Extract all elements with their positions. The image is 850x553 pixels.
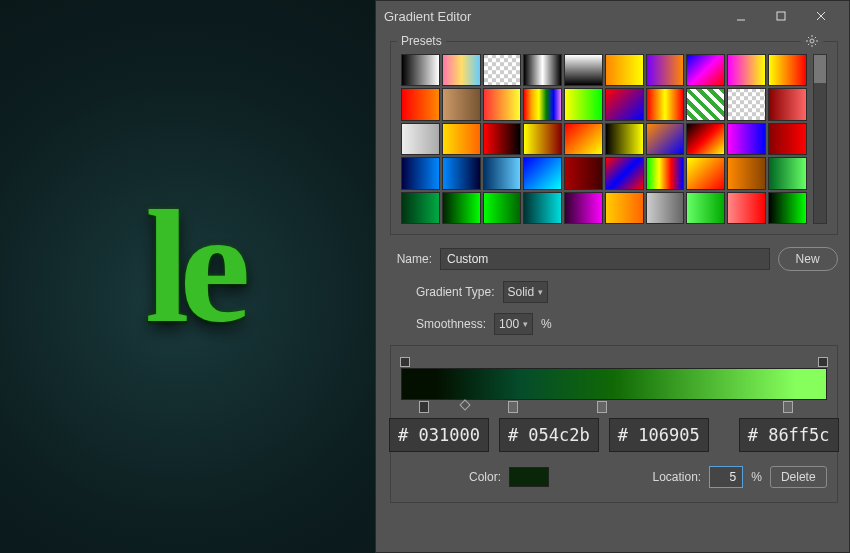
smoothness-input[interactable]: 100 ▾ — [494, 313, 533, 335]
preset-swatch[interactable] — [442, 123, 481, 155]
close-button[interactable] — [801, 1, 841, 31]
preset-swatch[interactable] — [401, 88, 440, 120]
hex-label: # 031000 — [389, 418, 489, 452]
preset-swatch[interactable] — [401, 192, 440, 224]
name-label: Name: — [390, 252, 432, 266]
preset-swatch[interactable] — [564, 123, 603, 155]
preset-swatch[interactable] — [646, 54, 685, 86]
color-stop[interactable] — [419, 401, 429, 413]
color-label: Color: — [469, 470, 501, 484]
opacity-stop[interactable] — [818, 357, 828, 367]
presets-fieldset: Presets — [390, 41, 838, 235]
titlebar[interactable]: Gradient Editor — [376, 1, 849, 31]
preset-swatch[interactable] — [686, 157, 725, 189]
preset-swatch[interactable] — [768, 88, 807, 120]
preset-swatch[interactable] — [727, 88, 766, 120]
presets-scrollbar[interactable] — [813, 54, 827, 224]
color-stop[interactable] — [508, 401, 518, 413]
preset-swatch[interactable] — [768, 54, 807, 86]
smoothness-unit: % — [541, 317, 552, 331]
svg-line-11 — [808, 44, 809, 45]
svg-rect-1 — [777, 12, 785, 20]
location-input[interactable] — [709, 466, 743, 488]
preset-grid — [401, 54, 807, 224]
preset-swatch[interactable] — [523, 157, 562, 189]
preset-swatch[interactable] — [483, 192, 522, 224]
preset-swatch[interactable] — [483, 54, 522, 86]
preset-swatch[interactable] — [605, 88, 644, 120]
preset-swatch[interactable] — [523, 192, 562, 224]
color-stop[interactable] — [783, 401, 793, 413]
chevron-down-icon: ▾ — [538, 287, 543, 297]
preset-swatch[interactable] — [483, 88, 522, 120]
preset-swatch[interactable] — [564, 54, 603, 86]
color-swatch[interactable] — [509, 467, 549, 487]
svg-line-12 — [814, 37, 815, 38]
preset-swatch[interactable] — [564, 88, 603, 120]
maximize-button[interactable] — [761, 1, 801, 31]
gradient-type-select[interactable]: Solid ▾ — [503, 281, 549, 303]
svg-point-4 — [810, 39, 814, 43]
preset-swatch[interactable] — [727, 192, 766, 224]
smoothness-label: Smoothness: — [416, 317, 486, 331]
preset-swatch[interactable] — [564, 192, 603, 224]
preset-swatch[interactable] — [646, 157, 685, 189]
location-unit: % — [751, 470, 762, 484]
gradient-edit-area: # 031000 # 054c2b # 106905 # 86ff5c Colo… — [390, 345, 838, 503]
preset-swatch[interactable] — [686, 88, 725, 120]
preset-swatch[interactable] — [401, 123, 440, 155]
preset-swatch[interactable] — [523, 123, 562, 155]
new-button[interactable]: New — [778, 247, 838, 271]
hex-label: # 054c2b — [499, 418, 599, 452]
preset-swatch[interactable] — [442, 157, 481, 189]
preset-swatch[interactable] — [768, 192, 807, 224]
delete-button[interactable]: Delete — [770, 466, 827, 488]
preset-swatch[interactable] — [401, 157, 440, 189]
preset-swatch[interactable] — [605, 192, 644, 224]
presets-label: Presets — [397, 34, 446, 48]
minimize-button[interactable] — [721, 1, 761, 31]
preset-swatch[interactable] — [523, 88, 562, 120]
preset-swatch[interactable] — [401, 54, 440, 86]
preset-swatch[interactable] — [727, 54, 766, 86]
preset-swatch[interactable] — [605, 123, 644, 155]
preset-swatch[interactable] — [727, 157, 766, 189]
gear-icon[interactable] — [801, 34, 823, 48]
preset-swatch[interactable] — [483, 123, 522, 155]
preset-swatch[interactable] — [686, 54, 725, 86]
preset-swatch[interactable] — [564, 157, 603, 189]
preset-swatch[interactable] — [686, 123, 725, 155]
preset-swatch[interactable] — [442, 88, 481, 120]
preset-swatch[interactable] — [646, 123, 685, 155]
color-stop[interactable] — [597, 401, 607, 413]
preset-swatch[interactable] — [768, 123, 807, 155]
preset-swatch[interactable] — [483, 157, 522, 189]
preset-swatch[interactable] — [442, 192, 481, 224]
preset-swatch[interactable] — [523, 54, 562, 86]
gradient-editor-dialog: Gradient Editor Presets Name: New — [375, 0, 850, 553]
preset-swatch[interactable] — [768, 157, 807, 189]
opacity-stop[interactable] — [400, 357, 410, 367]
svg-line-9 — [808, 37, 809, 38]
hex-label: # 86ff5c — [739, 418, 839, 452]
preset-swatch[interactable] — [605, 54, 644, 86]
hex-label: # 106905 — [609, 418, 709, 452]
artwork-text: le — [145, 175, 240, 360]
hex-callouts: # 031000 # 054c2b # 106905 # 86ff5c — [387, 418, 841, 452]
preset-swatch[interactable] — [646, 192, 685, 224]
preset-swatch[interactable] — [646, 88, 685, 120]
gradient-bar[interactable] — [401, 368, 827, 400]
dialog-title: Gradient Editor — [384, 9, 721, 24]
name-input[interactable] — [440, 248, 770, 270]
chevron-down-icon: ▾ — [523, 319, 528, 329]
preset-swatch[interactable] — [605, 157, 644, 189]
gradient-type-label: Gradient Type: — [416, 285, 495, 299]
canvas-background: le — [0, 0, 380, 553]
midpoint-marker[interactable] — [460, 399, 471, 410]
preset-swatch[interactable] — [442, 54, 481, 86]
preset-swatch[interactable] — [727, 123, 766, 155]
location-label: Location: — [653, 470, 702, 484]
preset-swatch[interactable] — [686, 192, 725, 224]
svg-line-10 — [814, 44, 815, 45]
